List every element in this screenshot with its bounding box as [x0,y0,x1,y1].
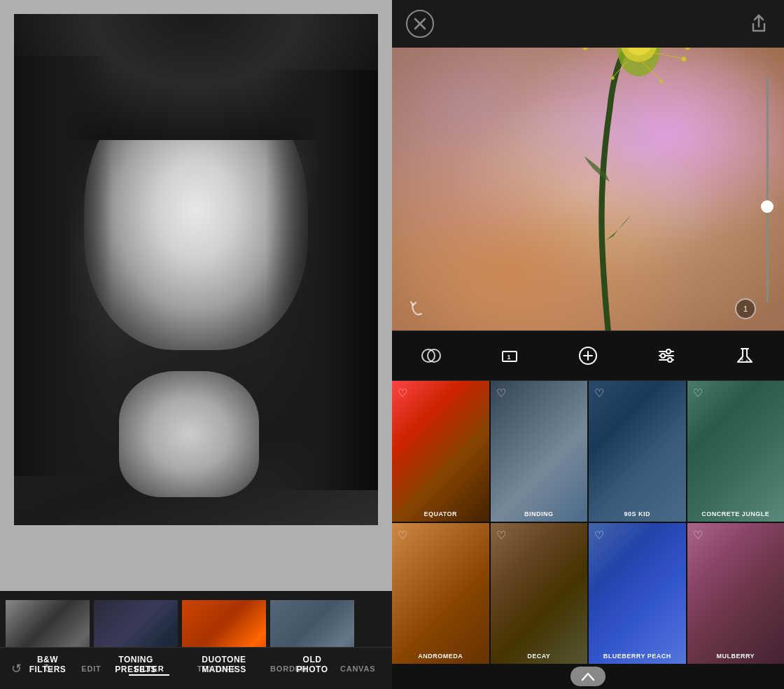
intensity-slider[interactable] [760,76,774,302]
badge-value: 1 [743,305,748,313]
svg-point-21 [682,57,686,61]
filter-decay[interactable]: ♡ DECAY [491,523,588,664]
svg-point-62 [741,358,743,361]
filter-blueberry-bg [589,523,686,664]
filter-andromeda-bg [392,523,489,664]
filter-90skid-bg [589,381,686,522]
preset-toning-presets[interactable]: TONINGPRESETS [94,600,178,681]
heart-90skid[interactable]: ♡ [594,387,604,400]
filter-equator-bg [392,381,489,522]
share-button[interactable] [748,13,770,35]
filter-presets-bar: B&WFILTERS TONINGPRESETS DUOTONEMADNESS … [0,591,392,689]
heart-decay[interactable]: ♡ [496,529,506,542]
filter-binding-bg [491,381,588,522]
chevron-up-button[interactable] [570,667,606,686]
add-tool[interactable] [571,339,605,373]
filter-blueberry-peach[interactable]: ♡ BLUEBERRY PEACH [589,523,686,664]
blend-tool[interactable] [414,339,448,373]
heart-blueberry[interactable]: ♡ [594,529,604,542]
filter-binding-label: BINDING [491,510,588,517]
bottom-chevron-area[interactable] [392,664,784,689]
filter-decay-label: DECAY [491,653,588,660]
filter-equator-label: EQUATOR [392,510,489,517]
heart-andromeda[interactable]: ♡ [398,529,407,542]
filter-concrete-label: CONCRETE JUNGLE [687,510,785,517]
filter-blueberry-label: BLUEBERRY PEACH [589,653,686,660]
svg-point-63 [746,360,748,362]
heart-binding[interactable]: ♡ [496,387,506,400]
preset-duotone-madness[interactable]: DUOTONEMADNESS [182,600,266,681]
svg-point-59 [661,354,665,358]
svg-point-27 [583,48,587,50]
layer-badge[interactable]: 1 [735,298,756,319]
filter-andromeda-label: ANDROMEDA [392,653,489,660]
preset-toning-label: TONINGPRESETS [94,649,178,681]
left-panel: B&WFILTERS TONINGPRESETS DUOTONEMADNESS … [0,0,392,689]
filter-90skid-label: 90S KID [589,510,686,517]
svg-point-47 [611,76,614,79]
dandelion-image [392,48,784,330]
preset-duotone-label: DUOTONEMADNESS [182,649,266,681]
close-button[interactable] [406,10,434,38]
hand-area [119,371,259,497]
filter-decay-bg [491,523,588,664]
add-icon [578,345,598,366]
undo-icon [407,298,427,318]
preset-bw-label: B&WFILTERS [6,649,90,681]
svg-point-58 [666,349,671,354]
close-icon [414,18,426,30]
slider-thumb[interactable] [761,200,774,213]
bw-portrait-image [14,14,378,525]
filter-grid: ♡ EQUATOR ♡ BINDING ♡ 90S KID ♡ CONCRETE… [392,381,784,664]
adjust-tool[interactable] [650,339,683,373]
svg-text:1: 1 [507,354,510,361]
slider-track [766,76,769,302]
filter-concrete-jungle[interactable]: ♡ CONCRETE JUNGLE [687,381,785,522]
main-image-area: 1 [392,48,784,330]
layers-tool[interactable]: 1 [493,339,526,373]
filter-mulberry-label: MULBERRY [687,653,785,660]
heart-equator[interactable]: ♡ [398,387,407,400]
top-bar [392,0,784,48]
filter-90skid[interactable]: ♡ 90S KID [589,381,686,522]
svg-point-19 [685,48,690,50]
chevron-up-icon [581,671,595,681]
share-icon [751,14,766,34]
svg-point-60 [668,358,672,362]
preset-bw-filters[interactable]: B&WFILTERS [6,600,90,681]
heart-concrete[interactable]: ♡ [693,387,703,400]
filter-concrete-bg [687,381,785,522]
filter-binding[interactable]: ♡ BINDING [491,381,588,522]
heart-mulberry[interactable]: ♡ [693,529,703,542]
undo-overlay-button[interactable] [406,297,428,319]
layers-icon: 1 [499,345,520,366]
hair-right [266,70,378,490]
filter-andromeda[interactable]: ♡ ANDROMEDA [392,523,489,664]
preset-oldphoto-label: OLDPHOTO [270,649,354,681]
dandelion-svg [392,48,784,330]
portrait-photo [14,14,378,525]
adjust-icon [656,345,677,366]
tool-bar: 1 [392,330,784,381]
svg-point-45 [660,80,663,83]
filter-mulberry[interactable]: ♡ MULBERRY [687,523,785,664]
filter-mulberry-bg [687,523,785,664]
blend-icon [421,345,442,366]
right-panel: 1 1 [392,0,784,689]
lab-icon [734,345,755,366]
preset-old-photo[interactable]: OLDPHOTO [270,600,354,681]
lab-tool[interactable] [728,339,762,373]
hair-left [14,56,112,476]
filter-equator[interactable]: ♡ EQUATOR [392,381,489,522]
